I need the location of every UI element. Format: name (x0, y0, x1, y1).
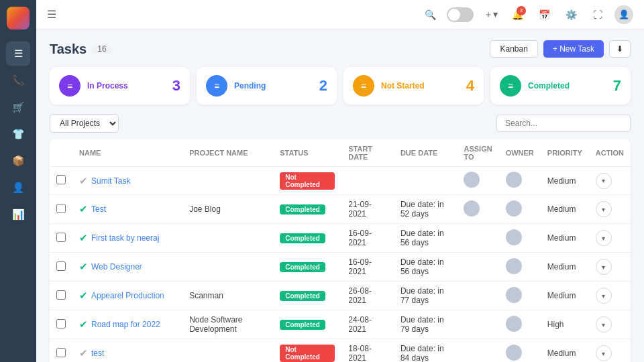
action-dropdown-button[interactable]: ▾ (596, 173, 612, 189)
search-icon[interactable]: 🔍 (420, 5, 440, 25)
toggle-switch[interactable] (447, 7, 474, 22)
new-task-button[interactable]: + New Task (543, 40, 604, 58)
action-dropdown-button[interactable]: ▾ (596, 201, 612, 217)
row-checkbox[interactable] (56, 290, 66, 300)
row-checkbox[interactable] (56, 233, 66, 242)
search-input[interactable] (496, 115, 631, 132)
not-started-icon: ≡ (353, 75, 374, 97)
row-status-cell: Completed (273, 282, 341, 310)
task-name-link[interactable]: Sumit Task (91, 176, 130, 186)
notification-bell[interactable]: 🔔 3 (507, 5, 527, 25)
owner-avatar (506, 316, 522, 332)
plus-icon[interactable]: ＋▾ (480, 5, 500, 25)
row-due-cell: Due date: in 56 days (394, 224, 458, 253)
row-priority-cell: Medium (541, 195, 589, 224)
status-badge: Completed (280, 291, 325, 301)
row-owner-cell (499, 282, 541, 310)
action-dropdown-button[interactable]: ▾ (596, 288, 612, 304)
task-name-link[interactable]: Road map for 2022 (91, 320, 160, 329)
row-priority-cell: Medium (541, 339, 589, 363)
completed-icon: ≡ (500, 75, 521, 97)
task-name-link[interactable]: Appearel Production (91, 291, 164, 300)
col-header-due: DUE DATE (394, 139, 458, 167)
row-checkbox-cell (50, 195, 72, 224)
app-logo[interactable] (7, 7, 30, 29)
hamburger-icon[interactable]: ☰ (47, 8, 56, 21)
sidebar-icon-chart[interactable]: 📊 (6, 202, 30, 227)
col-header-action: ACTION (589, 139, 631, 167)
col-header-assign: ASSIGN TO (457, 139, 498, 167)
page-actions: Kanban + New Task ⬇ (490, 40, 631, 58)
table-row: ✔ test Not Completed 18-08-2021 Due date… (50, 339, 631, 363)
row-owner-cell (499, 253, 541, 282)
col-header-priority: PRIORITY (541, 139, 589, 167)
row-checkbox[interactable] (56, 348, 66, 357)
sidebar-icon-box[interactable]: 📦 (6, 149, 30, 173)
sidebar-icon-phone[interactable]: 📞 (6, 68, 30, 93)
check-green-icon: ✔ (79, 318, 88, 330)
task-name-link[interactable]: Web Designer (91, 262, 142, 272)
sidebar-icon-cart[interactable]: 🛒 (6, 95, 30, 119)
user-avatar[interactable]: 👤 (614, 5, 633, 24)
task-name-link[interactable]: test (91, 349, 104, 358)
col-header-start: START DATE (341, 139, 394, 167)
row-owner-cell (499, 195, 541, 224)
col-header-project: PROJECT NAME (182, 139, 273, 167)
task-name-link[interactable]: Test (91, 204, 106, 214)
priority-text: Medium (547, 262, 576, 272)
status-card-pending[interactable]: ≡ Pending 2 (197, 67, 337, 105)
action-dropdown-button[interactable]: ▾ (596, 345, 612, 361)
row-checkbox[interactable] (56, 261, 66, 271)
download-button[interactable]: ⬇ (609, 40, 631, 58)
sidebar-icon-shirt[interactable]: 👕 (6, 122, 30, 146)
priority-text: Medium (547, 233, 576, 243)
kanban-button[interactable]: Kanban (490, 40, 537, 58)
status-card-not-started[interactable]: ≡ Not Started 4 (343, 67, 484, 105)
check-gray-icon: ✔ (79, 175, 88, 187)
action-dropdown-button[interactable]: ▾ (596, 259, 612, 275)
status-card-in-process[interactable]: ≡ In Process 3 (50, 67, 190, 105)
row-action-cell: ▾ (589, 310, 631, 339)
row-status-cell: Not Completed (273, 339, 341, 363)
in-process-info: In Process (87, 81, 166, 90)
task-name-link[interactable]: First task by neeraj (91, 233, 159, 243)
table-row: ✔ Sumit Task Not Completed Medium ▾ (50, 167, 631, 195)
row-priority-cell: Medium (541, 253, 589, 282)
row-name-cell: ✔ Test (72, 195, 182, 224)
pending-info: Pending (234, 81, 313, 90)
row-checkbox[interactable] (56, 319, 66, 328)
status-badge: Completed (280, 320, 325, 330)
row-assign-cell (457, 310, 498, 339)
expand-icon[interactable]: ⛶ (588, 5, 608, 25)
table-controls: All Projects (50, 114, 631, 133)
sidebar-icon-menu[interactable]: ☰ (6, 42, 30, 66)
row-project-cell (182, 167, 273, 195)
action-dropdown-button[interactable]: ▾ (596, 316, 612, 333)
page-title: Tasks (50, 42, 87, 57)
action-dropdown-button[interactable]: ▾ (596, 230, 612, 246)
sidebar-icon-user[interactable]: 👤 (6, 176, 30, 200)
row-due-cell: Due date: in 79 days (394, 310, 458, 339)
status-badge: Not Completed (280, 345, 335, 362)
check-green-icon: ✔ (79, 261, 88, 273)
row-project-cell: Node Software Development (182, 310, 273, 339)
row-project-cell (182, 339, 273, 363)
page-count-badge: 16 (92, 44, 111, 54)
owner-avatar (506, 172, 522, 188)
owner-avatar (506, 345, 522, 361)
row-due-cell (394, 167, 458, 195)
row-checkbox[interactable] (56, 175, 66, 184)
project-filter-select[interactable]: All Projects (50, 114, 119, 133)
row-status-cell: Completed (273, 310, 341, 339)
row-due-cell: Due date: in 77 days (394, 282, 458, 310)
row-checkbox[interactable] (56, 204, 66, 213)
calendar-icon[interactable]: 📅 (534, 5, 554, 25)
row-assign-cell (457, 224, 498, 253)
row-action-cell: ▾ (589, 253, 631, 282)
status-card-completed[interactable]: ≡ Completed 7 (490, 67, 631, 105)
settings-icon[interactable]: ⚙️ (561, 5, 581, 25)
table-row: ✔ Test Joe Blog Completed 21-09-2021 Due… (50, 195, 631, 224)
priority-text: High (547, 320, 564, 329)
completed-count: 7 (613, 77, 621, 95)
row-start-cell: 16-09-2021 (341, 253, 394, 282)
